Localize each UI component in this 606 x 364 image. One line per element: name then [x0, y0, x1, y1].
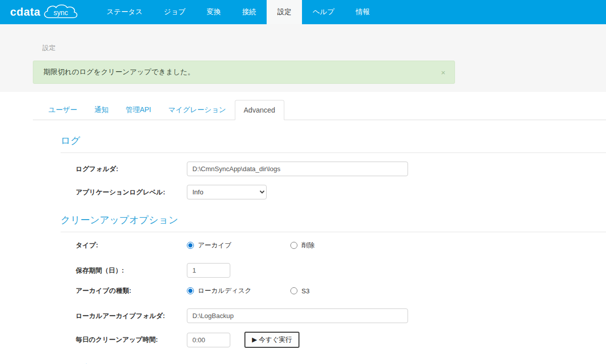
cloud-logo-icon: sync [41, 3, 80, 21]
app-log-level-select[interactable]: Info [187, 185, 267, 199]
cdata-sync-logo[interactable]: cdata sync [0, 0, 89, 24]
section-title-cleanup: クリーンアップオプション [61, 214, 606, 232]
archive-kind-label: アーカイブの種類: [76, 286, 187, 295]
subheader-band: 設定 期限切れのログをクリーンアップできました。 × [0, 24, 606, 92]
tab-users[interactable]: ユーザー [40, 100, 86, 120]
archive-kind-s3-radio[interactable]: S3 [290, 287, 310, 295]
tab-admin-api[interactable]: 管理API [117, 100, 160, 120]
nav-item-help[interactable]: ヘルプ [302, 0, 345, 24]
local-disk-radio-label: ローカルディスク [198, 286, 251, 295]
app-log-level-label: アプリケーションログレベル: [76, 188, 187, 197]
alert-close-icon[interactable]: × [441, 69, 445, 76]
local-archive-folder-label: ローカルアーカイブフォルダ: [76, 311, 187, 321]
cleanup-form: タイプ: アーカイブ 削除 保存期間（日）: アーカイブの種類: ローカルディス… [61, 232, 606, 351]
delete-radio-label: 削除 [301, 241, 315, 250]
section-title-other: その他 [61, 362, 606, 364]
alert-message: 期限切れのログをクリーンアップできました。 [43, 68, 441, 77]
daily-cleanup-time-label: 毎日のクリーンアップ時間: [76, 335, 187, 344]
advanced-settings-panel: ログ ログフォルダ: アプリケーションログレベル: Info クリーンアップオプ… [61, 120, 606, 364]
s3-radio-input[interactable] [290, 287, 297, 294]
archive-radio-input[interactable] [187, 242, 194, 249]
nav-item-jobs[interactable]: ジョブ [153, 0, 196, 24]
cleanup-type-archive-radio[interactable]: アーカイブ [187, 241, 290, 250]
retention-days-label: 保存期間（日）: [76, 266, 187, 275]
retention-days-input[interactable] [187, 263, 230, 278]
tab-notifications[interactable]: 通知 [86, 100, 117, 120]
top-nav-bar: cdata sync ステータス ジョブ 変換 接続 設定 ヘルプ 情報 [0, 0, 606, 24]
tab-migration[interactable]: マイグレーション [160, 100, 234, 120]
log-folder-input[interactable] [187, 162, 408, 176]
tab-advanced[interactable]: Advanced [235, 100, 284, 120]
run-now-button[interactable]: ▶ 今すぐ実行 [244, 332, 299, 348]
nav-item-info[interactable]: 情報 [345, 0, 380, 24]
breadcrumb: 設定 [42, 43, 606, 53]
cleanup-type-delete-radio[interactable]: 削除 [290, 241, 315, 250]
nav-item-transform[interactable]: 変換 [196, 0, 231, 24]
delete-radio-input[interactable] [290, 242, 297, 249]
daily-cleanup-time-input[interactable] [187, 333, 230, 347]
s3-radio-label: S3 [301, 287, 310, 295]
local-archive-folder-input[interactable] [187, 308, 408, 323]
nav-item-connections[interactable]: 接続 [231, 0, 267, 24]
section-title-log: ログ [61, 134, 606, 153]
success-alert: 期限切れのログをクリーンアップできました。 × [33, 61, 455, 84]
archive-kind-local-radio[interactable]: ローカルディスク [187, 286, 290, 295]
settings-tab-bar: ユーザー 通知 管理API マイグレーション Advanced [33, 100, 606, 120]
log-form: ログフォルダ: アプリケーションログレベル: Info [61, 153, 606, 202]
local-disk-radio-input[interactable] [187, 287, 194, 294]
nav-item-settings[interactable]: 設定 [267, 0, 302, 24]
log-folder-label: ログフォルダ: [76, 165, 187, 174]
logo-text-cdata: cdata [10, 6, 40, 19]
nav-item-status[interactable]: ステータス [96, 0, 153, 24]
archive-radio-label: アーカイブ [198, 241, 231, 250]
logo-text-sync: sync [54, 9, 68, 17]
main-nav: ステータス ジョブ 変換 接続 設定 ヘルプ 情報 [96, 0, 380, 24]
cleanup-type-label: タイプ: [76, 241, 187, 250]
